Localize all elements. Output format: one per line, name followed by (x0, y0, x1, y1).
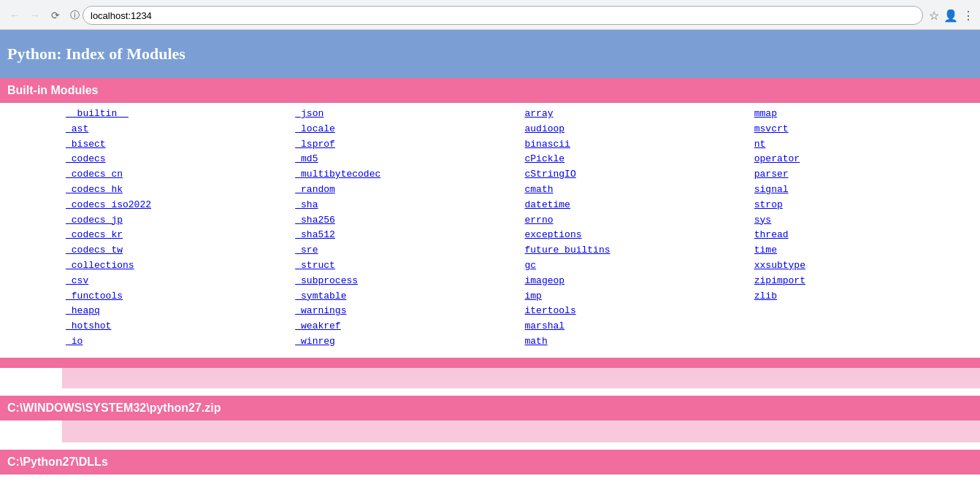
module-link[interactable]: _weakref (295, 319, 517, 334)
module-link[interactable]: marshal (525, 319, 747, 334)
page-title: Python: Index of Modules (7, 45, 973, 64)
page-content: Python: Index of Modules Built-in Module… (0, 30, 980, 475)
module-link[interactable]: _codecs_jp (66, 213, 288, 228)
module-link[interactable]: _struct (295, 258, 517, 274)
module-link[interactable]: _heapq (66, 304, 288, 319)
module-link[interactable]: __builtin__ (66, 107, 288, 122)
reload-button[interactable]: ⟳ (47, 7, 64, 24)
module-link[interactable]: exceptions (525, 228, 747, 243)
nav-buttons: ← → ⟳ (6, 7, 64, 24)
module-link[interactable]: _sha (295, 198, 517, 213)
module-link[interactable]: _codecs (66, 152, 288, 167)
section-footer-bar (0, 358, 980, 368)
section-footer-inner (62, 368, 980, 388)
module-link[interactable]: cPickle (525, 152, 747, 167)
module-link[interactable]: _lsprof (295, 137, 517, 153)
module-link[interactable]: _warnings (295, 304, 517, 319)
module-link[interactable]: _codecs_iso2022 (66, 198, 288, 213)
module-link[interactable]: _sha256 (295, 213, 517, 228)
builtin-section-title: Built-in Modules (7, 84, 98, 96)
bookmark-icon[interactable]: ☆ (929, 9, 939, 23)
menu-icon[interactable]: ⋮ (962, 9, 974, 23)
module-link[interactable]: _symtable (295, 289, 517, 304)
section3-title: C:\Python27\DLLs (7, 456, 108, 468)
address-bar[interactable] (83, 6, 923, 25)
module-link[interactable]: _codecs_cn (66, 167, 288, 183)
module-link[interactable]: imageop (525, 274, 747, 289)
module-link[interactable]: _locale (295, 122, 517, 137)
module-link[interactable]: zipimport (754, 274, 976, 289)
module-link[interactable]: imp (525, 289, 747, 304)
module-link[interactable]: math (525, 334, 747, 350)
module-link[interactable]: zlib (754, 289, 976, 304)
module-link[interactable]: operator (754, 152, 976, 167)
module-link[interactable]: _bisect (66, 137, 288, 153)
module-link[interactable]: _codecs_hk (66, 183, 288, 198)
module-link[interactable]: mmap (754, 107, 976, 122)
module-link[interactable]: _subprocess (295, 274, 517, 289)
module-link[interactable]: itertools (525, 304, 747, 319)
module-col-4: mmap msvcrt nt operator parser signal st… (751, 107, 980, 350)
module-link[interactable]: _io (66, 334, 288, 350)
module-link[interactable]: gc (525, 258, 747, 274)
builtin-section-header: Built-in Modules (0, 78, 980, 103)
module-link[interactable]: _winreg (295, 334, 517, 350)
module-link[interactable]: future_builtins (525, 243, 747, 258)
module-link[interactable]: _hotshot (66, 319, 288, 334)
module-link[interactable]: msvcrt (754, 122, 976, 137)
module-col-2: _json _locale _lsprof _md5 _multibytecod… (291, 107, 521, 350)
module-col-3: array audioop binascii cPickle cStringIO… (521, 107, 751, 350)
module-link[interactable]: thread (754, 228, 976, 243)
module-link[interactable]: strop (754, 198, 976, 213)
section2-body (62, 420, 980, 442)
module-link[interactable]: binascii (525, 137, 747, 153)
module-link[interactable]: _random (295, 183, 517, 198)
page-header: Python: Index of Modules (0, 30, 980, 78)
info-icon: ⓘ (70, 9, 80, 22)
module-link[interactable]: _md5 (295, 152, 517, 167)
module-link[interactable]: array (525, 107, 747, 122)
module-link[interactable]: cmath (525, 183, 747, 198)
module-link[interactable]: _codecs_tw (66, 243, 288, 258)
back-button[interactable]: ← (6, 7, 23, 24)
module-col-1: __builtin__ _ast _bisect _codecs _codecs… (62, 107, 291, 350)
module-link[interactable]: errno (525, 213, 747, 228)
browser-icons: ☆ 👤 ⋮ (929, 9, 974, 23)
module-link[interactable]: _ast (66, 122, 288, 137)
module-link[interactable]: _multibytecodec (295, 167, 517, 183)
module-link[interactable]: _json (295, 107, 517, 122)
section2-header: C:\WINDOWS\SYSTEM32\python27.zip (0, 396, 980, 420)
module-link[interactable]: signal (754, 183, 976, 198)
modules-table: __builtin__ _ast _bisect _codecs _codecs… (0, 103, 980, 353)
module-link[interactable]: _collections (66, 258, 288, 274)
module-link[interactable]: nt (754, 137, 976, 153)
module-link[interactable]: sys (754, 213, 976, 228)
module-link[interactable]: parser (754, 167, 976, 183)
module-link[interactable]: _sre (295, 243, 517, 258)
module-link[interactable]: xxsubtype (754, 258, 976, 274)
module-link[interactable]: _codecs_kr (66, 228, 288, 243)
modules-grid: __builtin__ _ast _bisect _codecs _codecs… (62, 107, 980, 350)
module-link[interactable]: datetime (525, 198, 747, 213)
module-link[interactable]: _functools (66, 289, 288, 304)
module-link[interactable]: time (754, 243, 976, 258)
forward-button[interactable]: → (26, 7, 44, 24)
module-link[interactable]: _sha512 (295, 228, 517, 243)
module-link[interactable]: _csv (66, 274, 288, 289)
user-icon[interactable]: 👤 (943, 9, 958, 23)
section2-title: C:\WINDOWS\SYSTEM32\python27.zip (7, 402, 221, 414)
module-link[interactable]: audioop (525, 122, 747, 137)
browser-toolbar: ← → ⟳ ⓘ ☆ 👤 ⋮ (0, 0, 980, 30)
module-link[interactable]: cStringIO (525, 167, 747, 183)
section3-header: C:\Python27\DLLs (0, 450, 980, 475)
